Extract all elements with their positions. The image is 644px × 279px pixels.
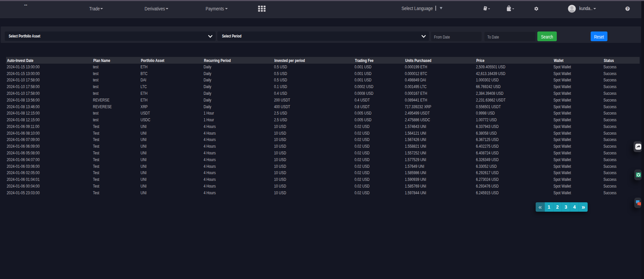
svg-text:?: ? [627,7,629,11]
